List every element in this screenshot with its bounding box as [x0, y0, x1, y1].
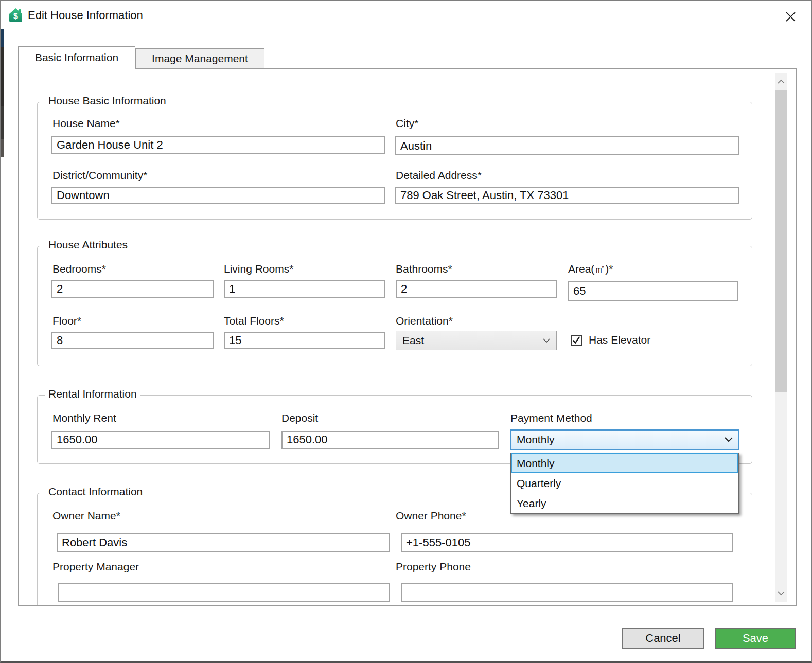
property-manager-input[interactable] — [58, 583, 390, 602]
close-button[interactable] — [781, 7, 800, 26]
chevron-down-icon — [725, 437, 733, 442]
living-rooms-label: Living Rooms* — [224, 262, 293, 276]
floor-input[interactable] — [51, 332, 214, 349]
area-input[interactable] — [568, 281, 738, 301]
dropdown-option-quarterly-label: Quarterly — [517, 477, 561, 490]
monthly-rent-label: Monthly Rent — [52, 411, 116, 425]
deposit-input[interactable] — [281, 431, 499, 449]
scrollbar-thumb[interactable] — [775, 90, 787, 392]
background-window-sliver — [1, 29, 4, 157]
save-button[interactable]: Save — [715, 628, 796, 649]
deposit-label: Deposit — [281, 411, 318, 425]
dropdown-option-monthly-label: Monthly — [517, 457, 555, 470]
payment-method-value: Monthly — [517, 434, 725, 446]
house-name-label: House Name* — [52, 117, 120, 130]
detailed-address-input[interactable] — [395, 187, 739, 204]
dropdown-option-yearly[interactable]: Yearly — [511, 493, 738, 513]
svg-text:$: $ — [13, 12, 18, 21]
tab-page: House Basic Information House Name* City… — [18, 68, 797, 606]
district-input[interactable] — [51, 187, 385, 204]
owner-phone-label: Owner Phone* — [396, 509, 466, 523]
dropdown-option-monthly[interactable]: Monthly — [511, 453, 738, 473]
area-label: Area(㎡)* — [568, 262, 613, 276]
district-label: District/Community* — [52, 169, 147, 182]
bedrooms-input[interactable] — [51, 280, 214, 298]
total-floors-label: Total Floors* — [224, 314, 284, 328]
dropdown-option-yearly-label: Yearly — [517, 497, 546, 510]
property-phone-input[interactable] — [401, 583, 733, 602]
house-name-input[interactable] — [51, 136, 385, 154]
tab-image-management[interactable]: Image Management — [135, 48, 264, 69]
window-title: Edit House Information — [28, 9, 143, 22]
scrollbar-down-button[interactable] — [775, 585, 787, 602]
orientation-label: Orientation* — [396, 314, 453, 328]
owner-phone-input[interactable] — [401, 533, 733, 552]
city-label: City* — [396, 117, 418, 130]
owner-name-input[interactable] — [57, 533, 390, 552]
payment-method-label: Payment Method — [510, 411, 592, 425]
tab-image-management-label: Image Management — [152, 52, 248, 64]
orientation-value: East — [402, 334, 543, 347]
groupbox-house-attributes-legend: House Attributes — [45, 239, 131, 251]
property-manager-label: Property Manager — [52, 560, 139, 574]
screen: $ Edit House Information Image Managemen… — [0, 0, 812, 663]
groupbox-rental-information-legend: Rental Information — [45, 388, 140, 400]
has-elevator-label[interactable]: Has Elevator — [589, 333, 650, 347]
has-elevator-checkbox[interactable] — [571, 335, 582, 346]
vertical-scrollbar[interactable] — [775, 73, 787, 602]
detailed-address-label: Detailed Address* — [396, 169, 482, 182]
owner-name-label: Owner Name* — [52, 509, 120, 523]
tab-basic-information-label: Basic Information — [35, 51, 118, 63]
orientation-select[interactable]: East — [396, 331, 557, 350]
tab-basic-information[interactable]: Basic Information — [18, 46, 135, 69]
living-rooms-input[interactable] — [224, 280, 385, 298]
checkmark-icon — [572, 335, 581, 345]
scrollbar-down-icon — [778, 591, 785, 596]
total-floors-input[interactable] — [224, 332, 385, 349]
chevron-down-icon — [543, 338, 550, 343]
payment-method-select[interactable]: Monthly — [510, 429, 739, 450]
bedrooms-label: Bedrooms* — [52, 262, 106, 276]
property-phone-label: Property Phone — [396, 560, 471, 574]
dropdown-option-quarterly[interactable]: Quarterly — [511, 473, 738, 493]
cancel-button[interactable]: Cancel — [622, 628, 704, 649]
floor-label: Floor* — [52, 314, 81, 328]
groupbox-contact-information-legend: Contact Information — [45, 486, 146, 498]
scrollbar-up-icon — [778, 79, 785, 84]
monthly-rent-input[interactable] — [51, 431, 270, 449]
scrollbar-up-button[interactable] — [775, 73, 787, 90]
payment-dropdown-list: Monthly Quarterly Yearly — [510, 453, 739, 514]
close-icon — [785, 11, 797, 23]
city-input[interactable] — [395, 136, 739, 155]
groupbox-house-basic-information-legend: House Basic Information — [45, 95, 170, 107]
app-icon: $ — [8, 8, 23, 23]
bathrooms-input[interactable] — [396, 280, 557, 298]
bathrooms-label: Bathrooms* — [396, 262, 452, 276]
edit-house-dialog: $ Edit House Information Image Managemen… — [0, 0, 812, 663]
